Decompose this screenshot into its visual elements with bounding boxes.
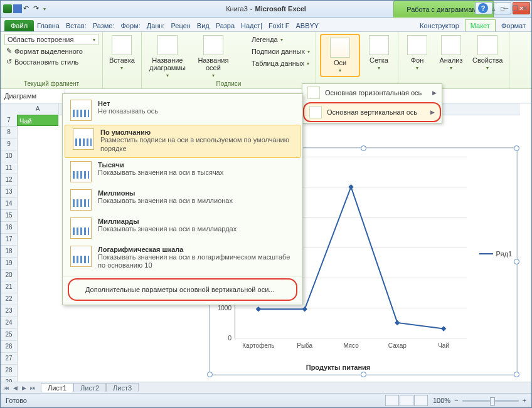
background-button[interactable]: Фон▾ xyxy=(402,34,432,72)
view-buttons[interactable] xyxy=(385,395,428,406)
row-header[interactable]: 15 xyxy=(1,210,17,222)
doc-restore-icon[interactable]: ❐ xyxy=(512,4,518,13)
ribbon-tab[interactable]: Разра xyxy=(213,19,238,31)
ribbon-tab[interactable]: Foxit F xyxy=(265,19,293,31)
tool-tab-конструктор[interactable]: Конструктор xyxy=(414,19,465,31)
row-header[interactable]: 28 xyxy=(1,365,17,377)
ribbon-minimize-icon[interactable]: ▵ xyxy=(492,4,496,13)
page-layout-view-icon[interactable] xyxy=(400,395,413,406)
more-vertical-axis-options[interactable]: Дополнительные параметры основной вертик… xyxy=(68,278,297,301)
file-tab[interactable]: Файл xyxy=(4,20,34,31)
axis-option-item[interactable]: МиллионыПоказывать значения на оси в мил… xyxy=(63,186,302,214)
help-icon[interactable]: ? xyxy=(478,3,488,13)
chart-legend[interactable]: Ряд1 xyxy=(479,250,512,258)
insert-icon xyxy=(112,35,132,55)
ribbon-tab[interactable]: Разме: xyxy=(90,19,118,31)
row-header[interactable]: 25 xyxy=(1,329,17,341)
chart-title-button[interactable]: Название диаграммы▾ xyxy=(146,34,189,80)
row-header[interactable]: 12 xyxy=(1,174,17,186)
row-header[interactable]: 11 xyxy=(1,162,17,174)
data-labels-button[interactable]: Подписи данных ▾ xyxy=(237,46,312,57)
chart-title-icon xyxy=(157,35,178,55)
ribbon-tab[interactable]: ABBYY xyxy=(293,19,322,31)
primary-vertical-axis-item[interactable]: Основная вертикальная ось ▶ xyxy=(303,102,441,122)
cell-a7[interactable]: Чай xyxy=(17,115,58,126)
row-header[interactable]: 13 xyxy=(1,186,17,198)
axis-option-desc: Показывать значения на оси в миллионах xyxy=(98,197,233,206)
submenu-arrow-icon: ▶ xyxy=(432,90,437,96)
name-box[interactable]: Диаграмм xyxy=(1,89,65,103)
zoom-in-icon[interactable]: + xyxy=(523,397,526,404)
axis-titles-button[interactable]: Названия осей▾ xyxy=(193,34,233,80)
resize-handle[interactable] xyxy=(514,259,519,264)
row-header[interactable]: 21 xyxy=(1,281,17,293)
resize-handle[interactable] xyxy=(207,372,213,377)
doc-minimize-icon[interactable]: ─ xyxy=(503,4,508,12)
sheet-tab[interactable]: Лист3 xyxy=(106,383,139,392)
chart-element-selector[interactable]: Область построения▾ xyxy=(4,34,98,45)
row-header[interactable]: 7 xyxy=(1,115,17,127)
row-header[interactable]: 17 xyxy=(1,234,17,246)
row-header[interactable]: 27 xyxy=(1,353,17,365)
axis-option-item[interactable]: МиллиардыПоказывать значения на оси в ми… xyxy=(63,214,302,243)
x-axis-title[interactable]: Продукты питания xyxy=(210,364,467,371)
row-header[interactable]: 23 xyxy=(1,305,17,317)
redo-icon[interactable]: ↷ xyxy=(33,4,42,13)
ribbon-tab[interactable]: Данн: xyxy=(144,19,168,31)
insert-button[interactable]: Вставка▾ xyxy=(107,34,137,72)
primary-horizontal-axis-item[interactable]: Основная горизонтальная ось ▶ xyxy=(302,84,442,102)
column-header[interactable]: A xyxy=(17,103,59,115)
ribbon-tab[interactable]: Вид xyxy=(194,19,213,31)
axis-option-item[interactable]: Логарифмическая шкалаПоказывать значения… xyxy=(63,243,302,275)
row-header[interactable]: 22 xyxy=(1,293,17,305)
row-header[interactable]: 8 xyxy=(1,127,17,139)
normal-view-icon[interactable] xyxy=(385,395,399,406)
row-header[interactable]: 18 xyxy=(1,246,17,258)
row-header[interactable]: 14 xyxy=(1,198,17,210)
row-header[interactable]: 16 xyxy=(1,222,17,234)
tool-tab-формат[interactable]: Формат xyxy=(496,19,531,31)
properties-button[interactable]: Свойства▾ xyxy=(470,34,505,72)
zoom-out-icon[interactable]: − xyxy=(454,397,458,404)
tool-tab-макет[interactable]: Макет xyxy=(465,19,496,31)
ribbon-tab[interactable]: Надст| xyxy=(238,19,265,31)
resize-handle[interactable] xyxy=(514,145,519,151)
axis-option-desc: Не показывать ось xyxy=(98,107,158,116)
axis-option-icon xyxy=(70,100,92,121)
svg-rect-4 xyxy=(441,326,446,331)
resize-handle[interactable] xyxy=(361,372,366,377)
undo-icon[interactable]: ↶ xyxy=(23,4,32,13)
axis-option-item[interactable]: ТысячиПоказывать значения на оси в тысяч… xyxy=(63,158,302,186)
sheet-tab[interactable]: Лист2 xyxy=(73,383,106,392)
data-table-button[interactable]: Таблица данных ▾ xyxy=(237,58,312,69)
ribbon-tab[interactable]: Главна xyxy=(34,19,63,31)
resize-handle[interactable] xyxy=(361,145,366,151)
zoom-control[interactable]: 100% − + xyxy=(433,397,526,404)
ribbon-tab[interactable]: Встав: xyxy=(63,19,90,31)
page-break-view-icon[interactable] xyxy=(414,395,428,406)
format-selection-button[interactable]: ✎ Формат выделенного xyxy=(4,46,98,56)
ribbon-tab[interactable]: Рецен xyxy=(168,19,194,31)
gridlines-button[interactable]: Сетка▾ xyxy=(364,34,394,72)
sheet-nav-arrows[interactable]: ⏮◀▶⏭ xyxy=(2,385,37,391)
axes-button[interactable]: Оси▾ xyxy=(320,34,360,77)
sheet-tab[interactable]: Лист1 xyxy=(41,383,73,392)
row-header[interactable]: 24 xyxy=(1,317,17,329)
axes-icon xyxy=(330,38,350,58)
save-icon[interactable] xyxy=(13,4,22,13)
analysis-button[interactable]: Анализ▾ xyxy=(436,34,466,72)
doc-close-icon[interactable]: ✕ xyxy=(522,4,528,13)
ribbon-tab[interactable]: Форм: xyxy=(118,19,144,31)
row-header[interactable]: 9 xyxy=(1,139,17,150)
zoom-slider[interactable] xyxy=(462,400,519,402)
reset-style-button[interactable]: ↺ Восстановить стиль xyxy=(4,57,98,66)
qat-dropdown-icon[interactable]: ▾ xyxy=(43,6,46,12)
row-header[interactable]: 19 xyxy=(1,258,17,269)
axis-option-item[interactable]: НетНе показывать ось xyxy=(63,97,302,125)
row-header[interactable]: 10 xyxy=(1,150,17,162)
resize-handle[interactable] xyxy=(514,372,519,377)
row-header[interactable]: 26 xyxy=(1,341,17,353)
row-header[interactable]: 20 xyxy=(1,269,17,281)
legend-button[interactable]: Легенда ▾ xyxy=(237,34,312,45)
axis-option-item[interactable]: По умолчаниюРазместить подписи на оси в … xyxy=(65,125,301,158)
